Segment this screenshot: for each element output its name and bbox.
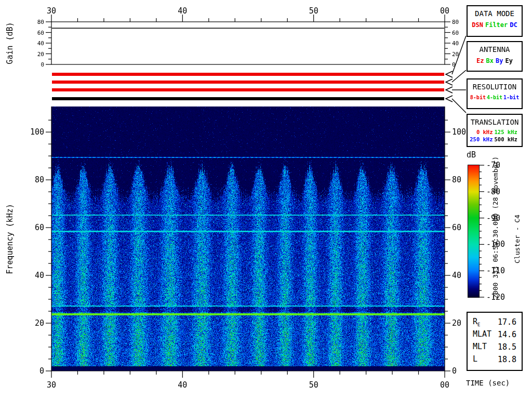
data-mode-filter: Filter — [485, 21, 508, 29]
freq-ytick-label-right: 40 — [452, 271, 461, 280]
resolution-values: 8-bit4-bit1-bit — [468, 95, 522, 100]
antenna-title: ANTENNA — [468, 45, 522, 54]
antenna-bx: Bx — [486, 57, 494, 64]
freq-ytick-label-right: 20 — [452, 318, 461, 328]
re-value: 17.6 — [498, 317, 516, 327]
freq-ytick-label-left: 0 — [39, 366, 44, 376]
freq-ytick-label-left: 60 — [35, 223, 44, 232]
mlt-value: 18.5 — [498, 342, 516, 352]
translation-row-1: 0 kHz125 kHz — [468, 128, 522, 136]
resolution-legend-box: RESOLUTION 8-bit4-bit1-bit — [467, 78, 523, 109]
datetime-vertical-label: 2000 333 06:59:30.000 (28 November) — [491, 156, 499, 299]
data-mode-dsn: DSN — [472, 21, 483, 29]
l-value: 18.8 — [498, 355, 516, 364]
translation-arrow-head — [446, 96, 453, 102]
ephemeris-box: RE 17.6 MLAT 14.6 MLT 18.5 L 18.8 — [467, 312, 523, 371]
antenna-by: By — [496, 57, 503, 64]
gain-ytick-label-left: 80 — [37, 19, 44, 25]
gain-ytick-label-left: 0 — [41, 61, 44, 68]
resolution-bar — [52, 88, 444, 91]
colorbar-tick-label: -120 — [486, 292, 505, 302]
time-tick-label-bottom: 50 — [309, 380, 318, 390]
gain-ytick-label-right: 40 — [452, 40, 459, 47]
gain-plot-frame — [51, 22, 445, 64]
spacecraft-vertical-label: Cluster - C4 — [513, 215, 521, 263]
gain-ytick-label-left: 60 — [37, 30, 44, 36]
time-tick-label-top: 00 — [440, 6, 449, 16]
resolution-8bit: 8-bit — [470, 95, 486, 100]
colorbar-tick-label: -70 — [486, 161, 500, 170]
freq-ytick-label-right: 0 — [452, 366, 457, 376]
colorbar-tick-label: -80 — [486, 187, 500, 196]
data-mode-dc: DC — [510, 21, 517, 29]
antenna-ey: Ey — [505, 57, 512, 64]
antenna-ez: Ez — [476, 57, 484, 64]
freq-ytick-label-right: 60 — [452, 223, 461, 232]
colorbar-tick-label: -90 — [486, 214, 500, 223]
time-tick-label-top: 30 — [47, 6, 56, 16]
gain-axis-title: Gain (dB) — [5, 22, 15, 64]
resolution-title: RESOLUTION — [468, 83, 522, 91]
gain-ytick-label-left: 40 — [37, 40, 44, 47]
frequency-axis-title: Frequency (kHz) — [5, 204, 15, 274]
gain-ytick-label-right: 0 — [452, 61, 456, 68]
time-tick-label-bottom: 00 — [440, 380, 449, 390]
data-mode-arrow-line — [452, 36, 466, 74]
time-axis-title: TIME (sec) — [466, 379, 510, 387]
translation-500khz: 500 kHz — [495, 136, 521, 143]
time-tick-label-top: 50 — [309, 6, 318, 16]
antenna-legend-box: ANTENNA EzBxByEy — [467, 41, 523, 72]
freq-ytick-label-right: 100 — [452, 127, 466, 137]
antenna-values: EzBxByEy — [468, 57, 522, 64]
gain-ytick-label-right: 60 — [452, 30, 459, 36]
ephemeris-row-mlt: MLT 18.5 — [468, 341, 522, 353]
translation-bar — [52, 97, 444, 100]
ephemeris-row-l: L 18.8 — [468, 353, 522, 366]
antenna-bar — [52, 81, 444, 84]
freq-ytick-label-left: 20 — [35, 318, 44, 328]
resolution-4bit: 4-bit — [487, 95, 502, 100]
data-mode-arrow-head — [446, 71, 453, 77]
colorbar-title: dB — [467, 150, 476, 159]
translation-250khz: 250 kHz — [469, 136, 493, 143]
data-mode-bar — [52, 73, 444, 76]
time-tick-label-top: 40 — [178, 6, 187, 16]
colorbar-tick-label: -100 — [486, 240, 505, 249]
time-tick-label-bottom: 40 — [178, 380, 187, 390]
ephemeris-row-re: RE 17.6 — [468, 316, 522, 328]
antenna-arrow-line — [452, 70, 466, 82]
gain-ytick-label-right: 20 — [452, 51, 459, 58]
ephemeris-row-mlat: MLAT 14.6 — [468, 328, 522, 341]
translation-title: TRANSLATION — [468, 118, 522, 126]
translation-row-2: 250 kHz500 kHz — [468, 136, 522, 143]
antenna-arrow-head — [446, 79, 453, 85]
colorbar-tick-label: -110 — [486, 266, 505, 275]
wbd-spectrogram-page: Gain (dB) Frequency (kHz) TIME (sec) dB … — [0, 0, 532, 399]
data-mode-title: DATA MODE — [468, 9, 522, 18]
gain-ytick-label-right: 80 — [452, 19, 459, 25]
colorbar-canvas — [468, 165, 480, 298]
translation-legend-box: TRANSLATION 0 kHz125 kHz 250 kHz500 kHz — [467, 114, 523, 147]
spectrogram-canvas — [51, 107, 445, 371]
freq-ytick-label-left: 40 — [35, 271, 44, 280]
mlat-value: 14.6 — [498, 330, 516, 339]
freq-ytick-label-left: 80 — [35, 175, 44, 184]
freq-ytick-label-left: 100 — [30, 127, 44, 137]
translation-125khz: 125 kHz — [495, 128, 521, 136]
resolution-1bit: 1-bit — [503, 95, 519, 100]
time-tick-label-bottom: 30 — [47, 380, 56, 390]
data-mode-legend-box: DATA MODE DSNFilterDC — [467, 5, 523, 37]
gain-ytick-label-left: 20 — [37, 51, 44, 58]
freq-ytick-label-right: 80 — [452, 175, 461, 184]
resolution-arrow-head — [446, 87, 453, 93]
data-mode-values: DSNFilterDC — [468, 21, 522, 29]
translation-0khz: 0 kHz — [469, 128, 493, 136]
translation-arrow-line — [452, 99, 466, 113]
